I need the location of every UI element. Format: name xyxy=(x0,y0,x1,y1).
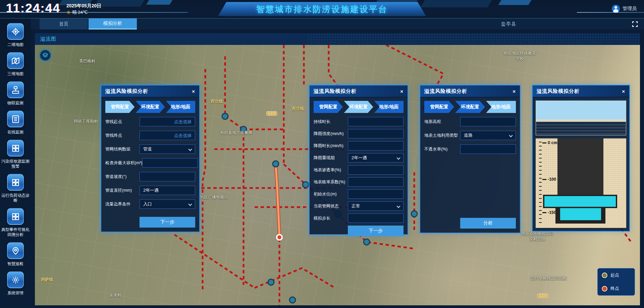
user-menu[interactable]: 管理员 xyxy=(612,5,637,13)
form-row: 持续时长 xyxy=(314,117,404,126)
form-row: 地形高程 xyxy=(424,117,516,126)
header-decoration xyxy=(146,0,173,5)
impervious-rate-input[interactable] xyxy=(460,144,516,154)
sidebar-item-system-settings[interactable]: 系统管理 xyxy=(1,271,30,296)
field-label: 管道坡度(°) xyxy=(105,174,126,180)
simulation-step-input[interactable] xyxy=(348,213,404,223)
next-step-button[interactable]: 下一步 xyxy=(140,217,195,228)
pipe-diameter-input[interactable] xyxy=(140,186,195,195)
terrain-elevation-input[interactable] xyxy=(460,117,516,126)
next-step-button[interactable]: 下一步 xyxy=(348,226,404,236)
pipeline-start-input[interactable] xyxy=(140,117,195,126)
dialog-title: 溢流风险模拟分析 xyxy=(537,88,580,95)
tab-simulation-analysis[interactable]: 模拟分析 xyxy=(89,18,137,29)
map-panel-header: 溢流图 xyxy=(35,33,640,45)
step-tab-environment-config[interactable]: 环境配置 xyxy=(344,101,373,113)
sidebar-item-pollution-warning[interactable]: 污染排放源监测预警 xyxy=(1,140,30,169)
rain-intensity-input[interactable] xyxy=(348,129,404,138)
map-legend: 起点 终点 xyxy=(597,268,635,296)
field-label: 模拟步长 xyxy=(314,215,330,221)
field-label: 管线终点 xyxy=(105,133,122,138)
map-road-label: 西廿线 xyxy=(292,106,304,112)
map-place-label: 英巴格村 xyxy=(79,58,95,64)
step-tab-environment-config[interactable]: 环境配置 xyxy=(455,101,485,113)
manhole-max-volume-input[interactable] xyxy=(142,158,198,168)
step-tab-pipe-config[interactable]: 管网配置 xyxy=(105,101,135,113)
surface-roughness-input[interactable] xyxy=(348,177,404,187)
sidebar-item-3d-map[interactable]: 三维地图 xyxy=(1,52,30,76)
step-tab-terrain-surface[interactable]: 地形/地面 xyxy=(486,101,516,113)
sidebar-item-label: 污染排放源监测预警 xyxy=(1,159,30,169)
land-use-type-select[interactable]: 道路 xyxy=(460,131,516,140)
surface-permeability-input[interactable] xyxy=(348,165,404,175)
step-tab-terrain-surface[interactable]: 地形/地面 xyxy=(166,101,195,113)
pipe-node[interactable] xyxy=(268,279,274,285)
close-icon[interactable]: × xyxy=(513,89,516,94)
form-row: 地表糙率系数(%) xyxy=(314,177,404,187)
surface-water-strip xyxy=(536,101,626,135)
form-row: 降雨重现期 2年一遇 xyxy=(314,153,404,163)
form-row: 当前管网状态 正常 xyxy=(314,201,404,211)
pipe-node-start[interactable] xyxy=(273,161,279,167)
form-row: 地表渗透率(%) xyxy=(314,165,404,175)
pipe-node[interactable] xyxy=(303,182,309,188)
title-banner: 智慧城市排水防涝设施建设平台 xyxy=(218,2,426,16)
sidebar-item-iot-monitor[interactable]: 物联监测 xyxy=(1,81,30,106)
layers-icon[interactable] xyxy=(40,50,51,61)
dialog-terrain-surface: 溢流风险模拟分析 × 管网配置 环境配置 地形/地面 地形高程 地表土地利用类型… xyxy=(420,85,521,233)
legend-label: 起点 xyxy=(610,272,619,278)
user-name: 管理员 xyxy=(623,6,637,12)
chevron-down-icon xyxy=(509,133,513,137)
step-tab-terrain-surface[interactable]: 地形/地面 xyxy=(374,101,404,113)
pipe-node[interactable] xyxy=(289,297,296,303)
rain-return-period-select[interactable]: 2年一遇 xyxy=(348,153,404,163)
form-row: 管线终点 xyxy=(105,131,195,140)
chevron-down-icon xyxy=(188,147,192,151)
sidebar-item-label: 典型事件可视化回溯分析 xyxy=(1,227,30,237)
fullscreen-icon[interactable] xyxy=(632,21,638,27)
pipe-slope-input[interactable] xyxy=(140,172,195,181)
clock: 11:24:44 xyxy=(6,1,60,15)
close-icon[interactable]: × xyxy=(622,89,625,94)
rain-duration-input[interactable] xyxy=(348,141,404,150)
select-value: 正常 xyxy=(352,203,360,209)
depth-mark: 0 cm xyxy=(542,140,557,145)
field-label: 管线起点 xyxy=(105,119,122,125)
sidebar-item-online-monitor[interactable]: 在线监测 xyxy=(1,111,30,135)
step-tab-environment-config[interactable]: 环境配置 xyxy=(136,101,165,113)
sidebar-item-smart-patrol[interactable]: 智慧巡检 xyxy=(1,242,30,266)
weather-label: 晴 24℃ xyxy=(72,9,88,16)
map-place-label: 和田县地方海事局 xyxy=(220,130,252,136)
dialog-title-bar: 溢流风险模拟分析 × xyxy=(420,85,520,98)
iot-monitor-icon xyxy=(7,81,24,98)
selected-pipe-segment[interactable] xyxy=(276,164,279,235)
pipeline-end-input[interactable] xyxy=(140,131,195,140)
analyze-button[interactable]: 分析 xyxy=(460,218,516,229)
sidebar-item-event-replay[interactable]: 典型事件可视化回溯分析 xyxy=(1,208,30,237)
pipe-structure-select[interactable]: 管道 xyxy=(140,144,195,154)
map-panel-title: 溢流图 xyxy=(40,36,56,42)
pipe-node[interactable] xyxy=(222,113,228,119)
map-place-label: 阿依丁库勒村 xyxy=(74,119,98,124)
flow-boundary-select[interactable]: 入口 xyxy=(140,199,195,209)
close-icon[interactable]: × xyxy=(400,89,404,94)
step-tab-pipe-config[interactable]: 管网配置 xyxy=(314,101,343,113)
header-decoration xyxy=(420,0,492,7)
platform-title: 智慧城市排水防涝设施建设平台 xyxy=(256,4,388,15)
profile-diagram: 0 cm -100 cm -150 cm xyxy=(533,98,629,231)
sidebar-item-load-diagnosis[interactable]: 运行负荷动态诊断 xyxy=(1,174,30,203)
sidebar-item-label: 三维地图 xyxy=(7,71,23,76)
tab-home[interactable]: 首页 xyxy=(40,18,88,29)
sidebar-item-2d-map[interactable]: 二维地图 xyxy=(1,23,30,47)
pipe-water-level xyxy=(543,195,617,208)
form-row: 流量边界条件 入口 xyxy=(105,199,195,209)
initial-water-level-input[interactable] xyxy=(348,189,404,199)
pipe-network-status-select[interactable]: 正常 xyxy=(348,201,404,211)
duration-input[interactable] xyxy=(348,117,404,126)
step-tab-pipe-config[interactable]: 管网配置 xyxy=(424,101,454,113)
form-row: 模拟步长 xyxy=(314,213,404,223)
pipe-node[interactable] xyxy=(411,211,417,217)
pipe-end-marker[interactable] xyxy=(277,235,282,240)
dialog-overflow-profile: 溢流风险模拟分析 × 0 cm -100 cm -150 cm xyxy=(532,85,630,232)
close-icon[interactable]: × xyxy=(192,89,195,94)
